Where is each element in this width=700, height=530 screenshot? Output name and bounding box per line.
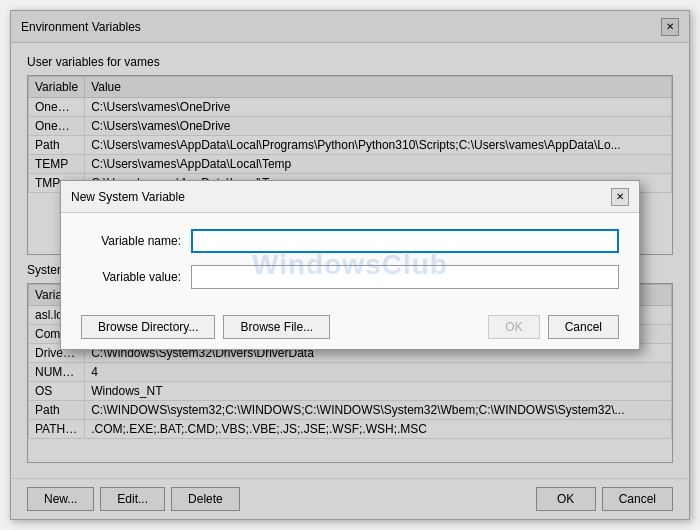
new-system-variable-dialog: New System Variable ✕ Variable name: Var… <box>60 180 640 350</box>
dialog-content: Variable name: Variable value: <box>61 213 639 305</box>
dialog-cancel-button[interactable]: Cancel <box>548 315 619 339</box>
dialog-buttons-row: Browse Directory... Browse File... OK Ca… <box>61 305 639 349</box>
variable-name-input[interactable] <box>191 229 619 253</box>
browse-file-button[interactable]: Browse File... <box>223 315 330 339</box>
variable-name-row: Variable name: <box>81 229 619 253</box>
environment-variables-window: Environment Variables ✕ User variables f… <box>10 10 690 520</box>
dialog-title: New System Variable <box>71 190 185 204</box>
variable-value-label: Variable value: <box>81 270 181 284</box>
variable-value-input[interactable] <box>191 265 619 289</box>
dialog-right-buttons: OK Cancel <box>488 315 619 339</box>
dialog-close-button[interactable]: ✕ <box>611 188 629 206</box>
variable-value-row: Variable value: <box>81 265 619 289</box>
variable-name-label: Variable name: <box>81 234 181 248</box>
browse-directory-button[interactable]: Browse Directory... <box>81 315 215 339</box>
dialog-overlay: WindowsClub New System Variable ✕ Variab… <box>11 11 689 519</box>
dialog-ok-button[interactable]: OK <box>488 315 539 339</box>
dialog-title-bar: New System Variable ✕ <box>61 181 639 213</box>
